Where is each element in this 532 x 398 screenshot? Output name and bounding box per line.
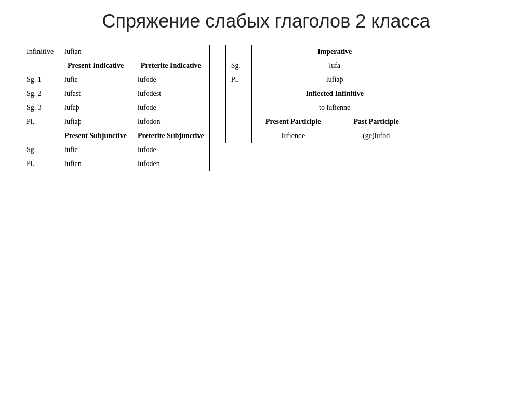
present-value: lufaþ bbox=[59, 101, 132, 115]
row-label: Pl. bbox=[225, 73, 251, 87]
right-table: Imperative Sg. lufa Pl. lufiaþ Inflected… bbox=[225, 45, 418, 143]
present-indicative-header: Present Indicative bbox=[59, 59, 132, 73]
row-label: Sg. 2 bbox=[21, 87, 59, 101]
table-row: Pl. lufiaþ lufodon bbox=[21, 115, 210, 129]
present-value: lufie bbox=[59, 73, 132, 87]
participle-row: lufiende (ge)lufod bbox=[225, 129, 418, 143]
present-participle-header: Present Participle bbox=[251, 115, 335, 129]
inflected-infinitive-header-row: Inflected Infinitive bbox=[225, 87, 418, 101]
table-row: Sg. 1 lufie lufode bbox=[21, 73, 210, 87]
infinitive-label: Infinitive bbox=[21, 45, 59, 59]
preterite-indicative-header: Preterite Indicative bbox=[132, 59, 210, 73]
table-row: Pl. lufiaþ bbox=[225, 73, 418, 87]
row-label: Sg. 1 bbox=[21, 73, 59, 87]
empty-cell bbox=[225, 129, 251, 143]
present-value: lufiaþ bbox=[59, 115, 132, 129]
empty-cell bbox=[21, 129, 59, 143]
participle-header-row: Present Participle Past Participle bbox=[225, 115, 418, 129]
row-label: Sg. 3 bbox=[21, 101, 59, 115]
inflected-infinitive-header: Inflected Infinitive bbox=[251, 87, 418, 101]
inflected-infinitive-row: to lufienne bbox=[225, 101, 418, 115]
present-subj-value: lufie bbox=[59, 143, 132, 157]
inflected-infinitive-value: to lufienne bbox=[251, 101, 418, 115]
imperative-header: Imperative bbox=[251, 45, 418, 59]
preterite-value: lufode bbox=[132, 101, 210, 115]
table-row: Pl. lufien lufoden bbox=[21, 157, 210, 171]
row-label: Sg. bbox=[225, 59, 251, 73]
present-subj-value: lufien bbox=[59, 157, 132, 171]
past-participle-header: Past Participle bbox=[335, 115, 418, 129]
table-row: Sg. 2 lufast lufodest bbox=[21, 87, 210, 101]
indicative-header-row: Present Indicative Preterite Indicative bbox=[21, 59, 210, 73]
row-label: Pl. bbox=[21, 157, 59, 171]
infinitive-value: lufian bbox=[59, 45, 210, 59]
preterite-value: lufodest bbox=[132, 87, 210, 101]
preterite-subj-value: lufode bbox=[132, 143, 210, 157]
empty-cell bbox=[21, 59, 59, 73]
present-value: lufast bbox=[59, 87, 132, 101]
present-subjunctive-header: Present Subjunctive bbox=[59, 129, 132, 143]
present-participle-value: lufiende bbox=[251, 129, 335, 143]
preterite-value: lufodon bbox=[132, 115, 210, 129]
empty-cell bbox=[225, 45, 251, 59]
empty-cell bbox=[225, 87, 251, 101]
row-label: Pl. bbox=[21, 115, 59, 129]
preterite-subjunctive-header: Preterite Subjunctive bbox=[132, 129, 210, 143]
table-row: Sg. lufie lufode bbox=[21, 143, 210, 157]
infinitive-row: Infinitive lufian bbox=[21, 45, 210, 59]
preterite-value: lufode bbox=[132, 73, 210, 87]
left-table: Infinitive lufian Present Indicative Pre… bbox=[21, 45, 210, 171]
past-participle-value: (ge)lufod bbox=[335, 129, 418, 143]
table-row: Sg. lufa bbox=[225, 59, 418, 73]
row-label: Sg. bbox=[21, 143, 59, 157]
empty-cell bbox=[225, 115, 251, 129]
table-row: Sg. 3 lufaþ lufode bbox=[21, 101, 210, 115]
imperative-header-row: Imperative bbox=[225, 45, 418, 59]
tables-wrapper: Infinitive lufian Present Indicative Pre… bbox=[21, 45, 511, 171]
imperative-sg-value: lufa bbox=[251, 59, 418, 73]
page-title: Спряжение слабых глаголов 2 класса bbox=[21, 10, 511, 32]
subjunctive-header-row: Present Subjunctive Preterite Subjunctiv… bbox=[21, 129, 210, 143]
preterite-subj-value: lufoden bbox=[132, 157, 210, 171]
empty-cell bbox=[225, 101, 251, 115]
imperative-pl-value: lufiaþ bbox=[251, 73, 418, 87]
